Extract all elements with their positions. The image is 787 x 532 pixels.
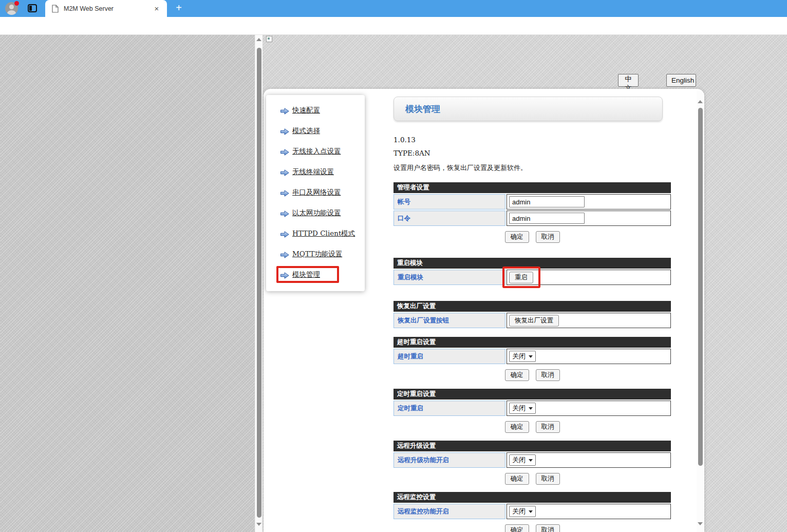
button-wrap: 重启 [509,272,533,283]
row-value: 关闭 [507,349,671,364]
dropdown-select[interactable]: 关闭 [509,403,536,414]
chevron-down-icon [529,510,533,513]
dropdown-value: 关闭 [512,507,526,516]
arrow-right-icon [280,148,289,155]
action-button[interactable]: 重启 [509,272,533,283]
form-buttons: 确定取消 [394,231,671,243]
sidebar-item-label[interactable]: 以太网功能设置 [292,208,341,218]
broken-image-icon [266,36,272,42]
sidebar-item[interactable]: 以太网功能设置 [266,203,365,223]
row-value [507,194,671,210]
page-title-box: 模块管理 [394,97,663,121]
row-value [507,211,671,226]
section-header: 超时重启设置 [394,337,671,348]
section-header: 定时重启设置 [394,389,671,400]
section-header: 管理者设置 [394,182,671,193]
sidebar-item[interactable]: MQTT功能设置 [266,244,365,264]
ok-button[interactable]: 确定 [505,421,529,433]
row-label: 超时重启 [394,349,505,364]
cancel-button[interactable]: 取消 [536,421,560,433]
table-row: 口令 [394,211,671,226]
dropdown-select[interactable]: 关闭 [509,351,536,362]
cancel-button[interactable]: 取消 [536,524,560,532]
settings-section: 重启模块重启模块重启 [394,258,671,285]
sidebar-item[interactable]: 无线接入点设置 [266,141,365,162]
row-label: 远程升级功能开启 [394,452,505,468]
text-input[interactable] [509,213,585,224]
page-icon [52,5,59,13]
tab-title: M2M Web Server [64,5,152,12]
row-label: 定时重启 [394,401,505,416]
tab-actions-icon[interactable] [28,4,37,12]
scroll-down-icon[interactable] [256,523,261,526]
ok-button[interactable]: 确定 [505,524,529,532]
dropdown-select[interactable]: 关闭 [509,506,536,517]
row-label: 远程监控功能开启 [394,504,505,519]
section-header: 远程升级设置 [394,441,671,451]
browser-tab[interactable]: M2M Web Server × [45,0,167,17]
action-button[interactable]: 恢复出厂设置 [509,315,559,327]
dropdown-value: 关闭 [512,455,526,465]
settings-section: 远程监控设置远程监控功能开启关闭 [394,492,671,519]
sidebar-item[interactable]: 快速配置 [266,100,365,121]
button-wrap: 恢复出厂设置 [509,315,559,327]
section-header: 恢复出厂设置 [394,301,671,312]
left-frame-scrollbar[interactable] [255,35,263,532]
page-description: 设置用户名密码，恢复出厂设置及更新软件。 [394,163,671,172]
arrow-right-icon [280,128,289,135]
sidebar-item-label[interactable]: 快速配置 [292,106,320,115]
sidebar-item-label[interactable]: 串口及网络设置 [292,188,341,197]
row-value: 关闭 [507,452,671,468]
sidebar-item-label[interactable]: 模式选择 [292,126,320,136]
form-buttons: 确定取消 [394,369,671,381]
arrow-right-icon [280,272,289,278]
sidebar-item[interactable]: 模式选择 [266,121,365,141]
text-input[interactable] [509,196,585,207]
table-row: 帐号 [394,194,671,210]
sidebar-item[interactable]: HTTPD Client模式 [266,223,365,244]
language-chinese-button[interactable]: 中文 [618,74,639,87]
settings-section: 超时重启设置超时重启关闭 [394,337,671,364]
close-tab-icon[interactable]: × [152,4,161,13]
arrow-right-icon [280,107,289,114]
sidebar-item-label[interactable]: 模块管理 [292,270,320,279]
settings-sections: 管理者设置帐号口令确定取消重启模块重启模块重启恢复出厂设置恢复出厂设置按钮恢复出… [394,182,671,532]
ok-button[interactable]: 确定 [505,369,529,381]
scroll-up-icon[interactable] [256,38,261,41]
scrollbar-thumb[interactable] [257,48,261,518]
settings-section: 恢复出厂设置恢复出厂设置按钮恢复出厂设置 [394,301,671,328]
table-row: 超时重启关闭 [394,349,671,364]
sidebar-item[interactable]: 模块管理 [266,264,365,285]
settings-section: 定时重启设置定时重启关闭 [394,389,671,416]
ok-button[interactable]: 确定 [505,231,529,243]
row-value: 关闭 [507,401,671,416]
ok-button[interactable]: 确定 [505,473,529,485]
cancel-button[interactable]: 取消 [536,473,560,485]
sidebar-item[interactable]: 无线终端设置 [266,162,365,182]
section-header: 重启模块 [394,258,671,269]
form-buttons: 确定取消 [394,524,671,532]
cancel-button[interactable]: 取消 [536,369,560,381]
scroll-up-icon[interactable] [698,100,703,103]
arrow-right-icon [280,231,289,237]
scroll-down-icon[interactable] [698,522,703,525]
sidebar-menu: 快速配置模式选择无线接入点设置无线终端设置串口及网络设置以太网功能设置HTTPD… [266,95,365,291]
chevron-down-icon [529,459,533,462]
language-english-button[interactable]: English [666,74,696,87]
table-row: 定时重启关闭 [394,401,671,416]
cancel-button[interactable]: 取消 [536,231,560,243]
sidebar-item-label[interactable]: 无线接入点设置 [292,147,341,156]
dropdown-select[interactable]: 关闭 [509,454,536,466]
sidebar-item-label[interactable]: 无线终端设置 [292,167,334,177]
left-empty-frame [0,35,255,532]
sidebar-item-label[interactable]: HTTPD Client模式 [292,229,355,238]
new-tab-button[interactable]: + [173,2,185,14]
main-content: 模块管理 1.0.13 TYPE:8AN 设置用户名密码，恢复出厂设置及更新软件… [394,89,671,532]
browser-toolbar: 不安全 10.10.100.254 /home.html [0,17,787,35]
firmware-version: 1.0.13 [394,136,671,144]
panel-scrollbar[interactable] [697,91,704,532]
scrollbar-thumb[interactable] [698,108,703,466]
sidebar-item-label[interactable]: MQTT功能设置 [292,250,342,259]
row-label: 口令 [394,211,505,226]
sidebar-item[interactable]: 串口及网络设置 [266,182,365,203]
